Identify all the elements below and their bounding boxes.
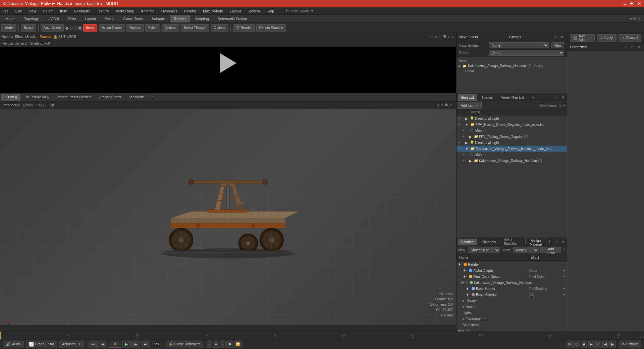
menu-dynamics[interactable]: Dynamics: [160, 8, 179, 14]
timeline-scale[interactable]: 0 24 48 72 96 120 144 168 192 216 225: [0, 332, 644, 339]
vp-icon-2[interactable]: ↺: [441, 103, 443, 107]
vertex-mode-icon[interactable]: ◆: [65, 25, 69, 31]
menu-view[interactable]: View: [27, 8, 38, 14]
sh-item-lights[interactable]: Lights: [457, 310, 567, 316]
tab-animate[interactable]: Animate: [148, 15, 169, 22]
item-mesh-2[interactable]: 👁 ⬡ Mesh: [457, 152, 567, 158]
sh-tab-channels[interactable]: Channels: [478, 239, 499, 245]
vp-tab-3dview[interactable]: 3D View: [1, 94, 20, 101]
menu-maxtomode[interactable]: MaxToModo: [202, 8, 224, 14]
sh-item-environments[interactable]: ▶ Environments: [457, 316, 567, 322]
properties-expand-icon[interactable]: ⤢: [630, 44, 635, 50]
cache-deformers-btn[interactable]: ⚡ Cache Deformers: [166, 341, 203, 348]
sh-item-render[interactable]: 👁 Render: [457, 261, 567, 267]
ff-btn[interactable]: ⏭: [141, 341, 150, 348]
il-tab-vertex-map[interactable]: Vertex Map List: [498, 94, 528, 101]
graph-editor-btn[interactable]: 📈 Graph Editor: [26, 341, 57, 348]
options-btn-2[interactable]: Options: [162, 24, 179, 32]
options-btn-1[interactable]: Options: [126, 24, 144, 32]
select-through-btn[interactable]: Select Through: [181, 24, 210, 32]
add-layer-btn[interactable]: Add Layer: [540, 247, 561, 253]
item-fpv-gogoles[interactable]: 👁 ▶ 📁 FPV_Racing_Drone_Gogoles (2): [457, 134, 567, 140]
groups-expand-icon[interactable]: ⤢: [552, 34, 558, 40]
tab-game-tools[interactable]: Game Tools: [119, 15, 147, 22]
rp-icon-5[interactable]: ▸: [448, 35, 450, 39]
il-tab-items[interactable]: Item List: [458, 94, 477, 101]
viewport3d[interactable]: Perspective Default Ray GL: Off ⊞ ↺ 🔍 ≡: [0, 101, 456, 332]
vp-icon-3[interactable]: 🔍: [445, 103, 449, 107]
menu-vertex-map[interactable]: Vertex Map: [114, 8, 136, 14]
close-icon[interactable]: ✕: [637, 1, 641, 6]
item-directional-light-1[interactable]: 👁 ▶ 💡 Directional Light: [457, 115, 567, 121]
sh-item-kalamazoo-mat[interactable]: 👁 ▼ Kalamazoo_Vintage_Railway_Handcar: [457, 280, 567, 286]
properties-gear-icon[interactable]: ⚙: [636, 44, 641, 50]
tab-uvedit[interactable]: UVEdit: [44, 15, 63, 22]
menu-item[interactable]: Item: [59, 8, 68, 14]
sh-item-fx[interactable]: 👁 ▶ FX: [457, 328, 567, 332]
view-icon-4[interactable]: ▶: [588, 341, 594, 348]
add-item-btn[interactable]: Add Item ▼: [458, 102, 482, 109]
item-kalamazoo[interactable]: 👁 ▶ 📁 Kalamazoo_Vintage_Railway_Handcar …: [457, 158, 567, 164]
vp-tab-uv[interactable]: UV Texture View: [21, 94, 53, 101]
tab-render[interactable]: Render: [170, 15, 190, 22]
assign-material-btn[interactable]: Assign Material: [525, 239, 546, 245]
rp-icon-2[interactable]: ↺: [435, 35, 437, 39]
item-directional-light-2[interactable]: 👁 ▶ 💡 Directional Light: [457, 140, 567, 146]
passes-select[interactable]: (none): [489, 50, 564, 56]
sh-item-nodes[interactable]: ▶ Nodes: [457, 304, 567, 310]
tab-setup[interactable]: Setup: [101, 15, 118, 22]
key-add-btn[interactable]: ◈: [213, 341, 219, 348]
item-kalamazoo-scene[interactable]: 👁 ▼ 📁 Kalamazoo_Vintage_Railway_Handcar_…: [457, 146, 567, 152]
rewind-btn[interactable]: ⏮: [89, 341, 98, 348]
action-center-btn[interactable]: Action Center: [99, 24, 125, 32]
shader-tree-select[interactable]: Shader Tree: [468, 247, 500, 253]
vp-tab-add[interactable]: +: [149, 94, 157, 101]
menu-geometry[interactable]: Geometry: [72, 8, 91, 14]
rp-icon-6[interactable]: ≡: [451, 35, 453, 39]
sh-item-basematerial[interactable]: 👁 Base Material (all) ▼: [457, 292, 567, 298]
tab-add[interactable]: +: [252, 15, 262, 22]
apply-btn[interactable]: ✓ Apply: [597, 34, 616, 42]
auto-add-checkbox[interactable]: [574, 36, 577, 40]
sculpt-btn[interactable]: Sculpt: [21, 24, 36, 32]
view-icon-2[interactable]: ⬡: [574, 341, 580, 348]
item-fpv-scene[interactable]: 👁 ▼ 📁 FPV_Racing_Drone_Gogoles_modo_base…: [457, 121, 567, 128]
render-btn[interactable]: 🎬 Render: [233, 24, 255, 32]
minimize-icon[interactable]: 🗕: [623, 1, 627, 6]
shading-gear-icon[interactable]: ⚙: [560, 239, 566, 245]
loop-btn[interactable]: 🔁: [234, 341, 241, 348]
vp-tab-gradient[interactable]: Gradient Editor: [96, 94, 125, 101]
play-render-button[interactable]: [220, 53, 236, 73]
key-prev-btn[interactable]: ⬦: [207, 341, 212, 348]
auto-add-btn[interactable]: Auto Add: [570, 34, 595, 42]
rp-icon-3[interactable]: ⬡: [439, 35, 442, 39]
il-expand-icon[interactable]: ⤢: [554, 95, 559, 100]
groups-tree-root[interactable]: ▶ 📁 Kalamazoo_Vintage_Railway_Handcar (3…: [458, 63, 566, 68]
pass-groups-new-btn[interactable]: New: [551, 42, 564, 48]
next-btn[interactable]: ▶: [131, 341, 140, 348]
menu-texture[interactable]: Texture: [96, 8, 110, 14]
options-btn-3[interactable]: Options: [211, 24, 228, 32]
vp-icon-4[interactable]: ≡: [450, 103, 452, 107]
tab-model[interactable]: Model: [1, 15, 19, 22]
auto-select-btn[interactable]: Auto Select: [41, 24, 64, 32]
menu-animate[interactable]: Animate: [140, 8, 156, 14]
filter-select[interactable]: (none): [513, 247, 539, 253]
falloff-btn[interactable]: Falloff: [145, 24, 160, 32]
sh-tab-info[interactable]: Info & Statistics: [500, 239, 523, 245]
rp-icon-4[interactable]: 🔍: [443, 35, 447, 39]
edge-mode-icon[interactable]: ◇: [69, 25, 73, 31]
play-btn[interactable]: ▶: [122, 341, 131, 348]
render-window-btn[interactable]: Render Window: [256, 24, 286, 32]
menu-system[interactable]: System: [246, 8, 261, 14]
sh-item-bake[interactable]: Bake Items: [457, 322, 567, 328]
sh-item-finalcolor[interactable]: 👁 Final Color Output Final Color ▼: [457, 273, 567, 280]
menu-layout[interactable]: Layout: [228, 8, 242, 14]
sh-item-library[interactable]: ▶ Library: [457, 298, 567, 304]
tab-scripting[interactable]: Scripting: [191, 15, 213, 22]
items-btn[interactable]: Items: [83, 24, 97, 32]
maximize-icon[interactable]: 🗗: [630, 1, 635, 6]
shading-expand-icon[interactable]: ⤢: [554, 239, 559, 245]
view-icon-7[interactable]: ▶: [609, 341, 615, 348]
prev-btn[interactable]: ◀: [99, 341, 107, 348]
